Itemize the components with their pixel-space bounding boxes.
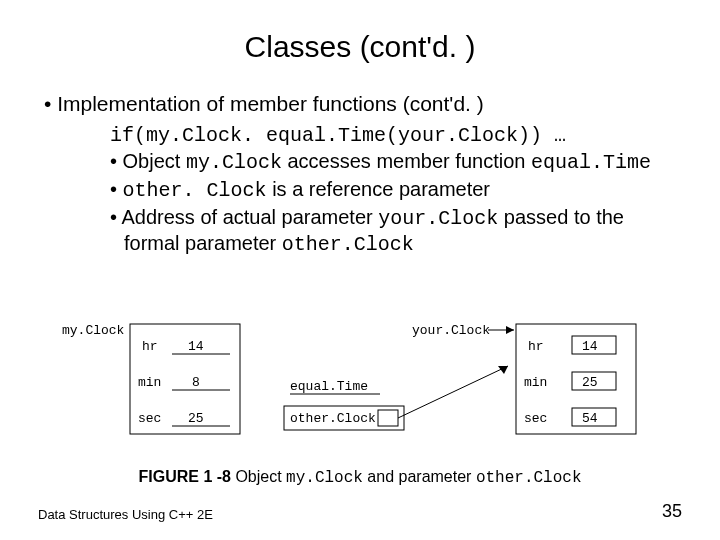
code-inline: my.Clock [286,469,363,487]
field-hr: hr [528,339,544,354]
text: is a reference parameter [267,178,490,200]
equaltime-label: equal.Time [290,379,368,394]
figure-diagram: my.Clock hr 14 min 8 sec 25 equal.Time o… [60,318,660,468]
text: accesses member function [282,150,531,172]
otherclock-label: other.Clock [290,411,376,426]
code-inline: other. Clock [123,179,267,202]
myclock-min: 8 [192,375,200,390]
field-sec: sec [524,411,547,426]
footer-left: Data Structures Using C++ 2E [38,507,213,522]
myclock-hr: 14 [188,339,204,354]
slide-title: Classes (cont'd. ) [40,30,680,64]
field-min: min [138,375,161,390]
bullet-level2-b: other. Clock is a reference parameter [110,177,680,203]
code-line: if(my.Clock. equal.Time(your.Clock)) … [110,124,680,147]
field-hr: hr [142,339,158,354]
yourclock-label: your.Clock [412,323,490,338]
figure-caption: FIGURE 1 -8 Object my.Clock and paramete… [0,468,720,487]
code-inline: other.Clock [282,233,414,256]
yourclock-min: 25 [582,375,598,390]
text: and parameter [363,468,476,485]
code-inline: equal.Time [531,151,651,174]
yourclock-sec: 54 [582,411,598,426]
bullet-level2-a: Object my.Clock accesses member function… [110,149,680,175]
code-inline: other.Clock [476,469,582,487]
reference-arrow [398,366,508,418]
page-number: 35 [662,501,682,522]
myclock-label: my.Clock [62,323,125,338]
bullet-level1: Implementation of member functions (cont… [44,92,680,116]
caption-bold: FIGURE 1 -8 [139,468,231,485]
text: Object [123,150,186,172]
text: Address of actual parameter [121,206,378,228]
arrowhead-icon [506,326,514,334]
reference-box [378,410,398,426]
field-sec: sec [138,411,161,426]
bullet-level2-c: Address of actual parameter your.Clock p… [110,205,680,257]
myclock-sec: 25 [188,411,204,426]
yourclock-hr: 14 [582,339,598,354]
code-inline: your.Clock [378,207,498,230]
text: Object [231,468,286,485]
field-min: min [524,375,547,390]
code-inline: my.Clock [186,151,282,174]
